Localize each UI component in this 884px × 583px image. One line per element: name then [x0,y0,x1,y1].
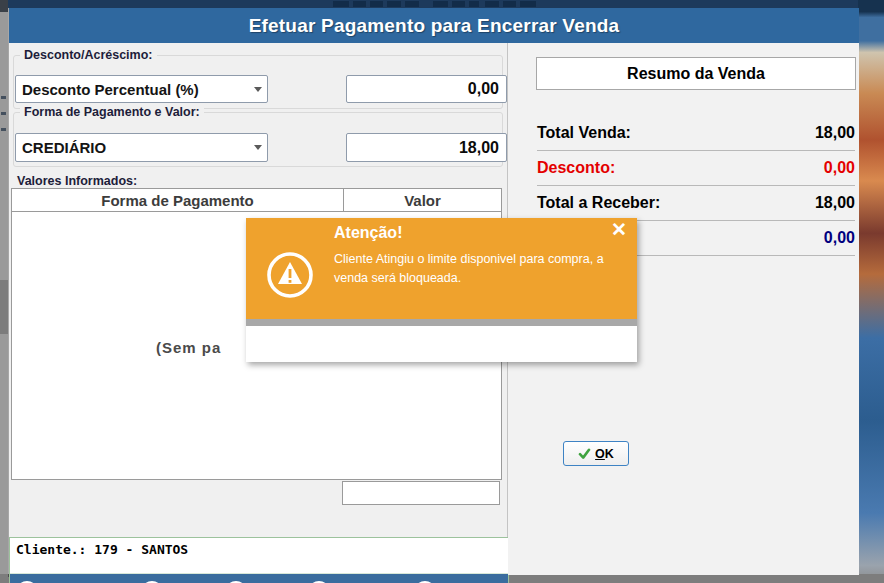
background-window-title-fragment [433,1,448,7]
window-title: Efetuar Pagamento para Encerrar Venda [249,15,620,37]
esc-cancel-button[interactable]: ESC-Cancela [414,574,517,583]
column-header-value[interactable]: Valor [344,189,501,211]
warning-dialog-footer: OK [246,326,637,362]
warning-dialog-header: Atenção! ✕ Cliente Atingiu o limite disp… [246,218,637,319]
discount-amount-input[interactable]: 0,00 [346,75,507,103]
background-window-title-fragment [469,1,479,7]
row-label: Total a Receber: [537,194,660,212]
row-value: 0,00 [824,229,855,247]
background-window-edge [0,0,8,583]
client-line: Cliente.: 179 - SANTOS [16,542,188,557]
titlebar[interactable]: Efetuar Pagamento para Encerrar Venda [9,8,859,43]
background-window-title-fragment [353,1,366,7]
desktop-wallpaper-strip [858,0,884,583]
background-window-title-fragment [405,1,419,7]
payment-method-select[interactable]: CREDIÁRIO [15,133,268,162]
payments-table-header: Forma de Pagamento Valor [12,189,501,212]
payment-amount-input[interactable]: 18,00 [346,133,507,162]
client-toolbar-block: Cliente.: 179 - SANTOS F2-Finaliza Rápid… [9,537,509,583]
chevron-down-icon[interactable] [249,87,267,92]
background-window-title-fragment [485,1,499,7]
discount-group-label: Desconto/Acréscimo: [20,48,157,62]
summary-title: Resumo da Venda [536,57,856,90]
table-footer-input[interactable] [342,481,500,505]
row-value: 18,00 [815,124,855,142]
f12-finalize-button[interactable]: F12-Finaliza [308,574,404,583]
background-window-title-fragment [452,1,465,7]
background-window-title-fragment [333,1,349,7]
background-window-title-fragment [520,1,536,7]
background-text-artifact [1,112,6,115]
background-scroll-artifact [0,280,8,334]
f5-delete-button[interactable]: F5-Excluir [141,574,224,583]
warning-title: Atenção! [334,224,402,242]
f2-quick-finalize-button[interactable]: F2-Finaliza Rápido [16,574,148,583]
row-value: 18,00 [815,194,855,212]
background-window-title-fragment [503,1,516,7]
summary-row-total-sale: Total Venda: 18,00 [537,115,855,151]
discount-type-select[interactable]: Desconto Percentual (%) [15,75,268,103]
row-label: Desconto: [537,159,615,177]
green-check-icon [578,448,591,460]
summary-row-total-receivable: Total a Receber: 18,00 [537,185,855,221]
dialog-divider [246,319,637,326]
background-corner-artifact [0,0,8,12]
warning-dialog: Atenção! ✕ Cliente Atingiu o limite disp… [246,218,637,362]
client-info-box: Cliente.: 179 - SANTOS [10,538,508,574]
close-icon[interactable]: ✕ [611,220,627,239]
background-text-artifact [1,96,6,99]
values-section-label: Valores Informados: [17,174,137,188]
screen: Efetuar Pagamento para Encerrar Venda De… [0,0,884,583]
ok-button-label: OK [595,447,614,461]
function-key-toolbar: F2-Finaliza Rápido F5-Excluir F7-Obs [10,574,508,583]
warning-message: Cliente Atingiu o limite disponivel para… [334,250,614,289]
warning-icon [266,251,314,303]
payment-group-label: Forma de Pagamento e Valor: [20,105,204,119]
empty-table-text-fragment: (Sem pa [156,339,221,356]
row-label: Total Venda: [537,124,631,142]
discount-type-value: Desconto Percentual (%) [16,81,249,98]
background-window-title-fragment [387,1,401,7]
background-window-title-fragment [370,1,383,7]
ok-button[interactable]: OK [563,441,629,466]
chevron-down-icon[interactable] [249,145,267,150]
f7-observation-button[interactable]: F7-Obs [225,574,294,583]
summary-row-discount: Desconto: 0,00 [537,150,855,186]
background-text-artifact [1,128,6,131]
row-value: 0,00 [824,159,855,177]
column-header-payment-method[interactable]: Forma de Pagamento [12,189,344,211]
background-window-header [8,0,858,8]
payment-method-value: CREDIÁRIO [16,139,249,156]
